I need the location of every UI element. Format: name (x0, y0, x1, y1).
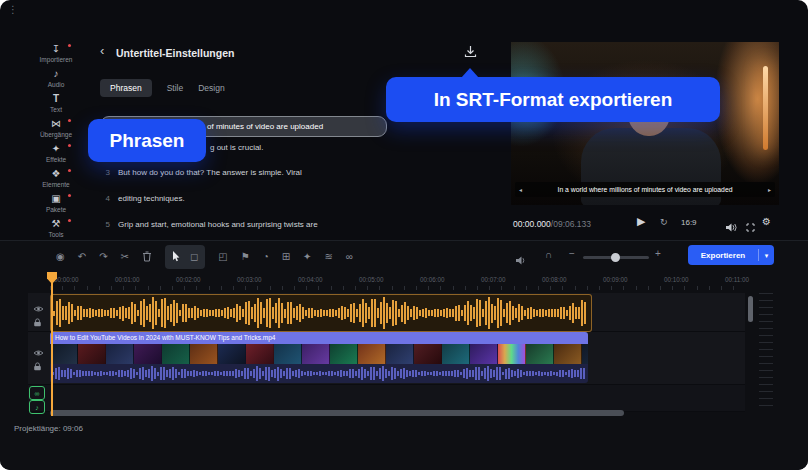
timeline-mute-icon[interactable] (516, 251, 527, 269)
ruler-label: 00:11:00 (725, 276, 749, 283)
time-ruler[interactable]: 00:00:00 00:01:00 00:02:00 00:03:00 00:0… (0, 272, 760, 292)
audio-level-meter (759, 293, 773, 409)
phrase-number: 5 (100, 220, 110, 229)
tab-phrasen[interactable]: Phrasen (100, 79, 152, 97)
timeline: Exportieren 00:00:00 00:01:00 00:02:00 0… (0, 240, 808, 470)
track3-link-icon[interactable] (29, 386, 45, 400)
volume-icon[interactable] (726, 218, 737, 236)
window-menu-icon[interactable] (8, 5, 18, 15)
effects-icon (52, 144, 60, 155)
video-preview: In a world where millions of minutes of … (511, 42, 779, 205)
undo-icon[interactable] (78, 252, 86, 262)
fullscreen-icon[interactable] (746, 218, 755, 236)
split-icon[interactable] (121, 252, 129, 262)
sidebar-item-label: Tools (48, 231, 63, 238)
crop-icon[interactable] (218, 252, 227, 262)
export-button[interactable]: Exportieren (688, 245, 774, 265)
track3-audio-icon[interactable] (29, 400, 45, 414)
phrases-callout: Phrasen (88, 119, 206, 162)
loop-icon[interactable] (660, 218, 668, 227)
sidebar-item-uebergaenge[interactable]: Übergänge (28, 119, 84, 144)
panel-title: Untertitel-Einstellungen (116, 47, 234, 59)
elements-icon (52, 169, 61, 180)
marker-icon[interactable] (241, 252, 250, 262)
clip-thumbnails (50, 344, 588, 364)
sidebar-item-importieren[interactable]: Importieren (28, 44, 84, 69)
caption-overlay: In a world where millions of minutes of … (515, 182, 775, 197)
back-icon[interactable] (100, 44, 104, 57)
horizontal-scrollbar[interactable] (50, 410, 624, 416)
track-lane-empty (28, 385, 745, 412)
tab-stile[interactable]: Stile (167, 83, 184, 93)
sidebar-item-label: Übergänge (40, 131, 72, 138)
keyframe-icon[interactable] (346, 252, 353, 262)
sidebar-item-label: Audio (48, 81, 65, 88)
pip-grid-icon[interactable] (282, 252, 290, 262)
ruler-label: 00:09:00 (603, 276, 628, 283)
speed-icon[interactable] (263, 252, 269, 262)
play-button[interactable] (637, 216, 645, 227)
tool-group (165, 245, 205, 269)
phrase-text: of minutes of video are uploaded (207, 122, 323, 131)
zoom-out-icon[interactable] (569, 249, 575, 259)
audio-mixer-icon[interactable] (324, 252, 332, 262)
time-current: 00:00.000 (513, 219, 551, 229)
ruler-label: 00:10:00 (664, 276, 689, 283)
delete-icon[interactable] (142, 251, 152, 264)
playback-time: 00:00.000/09:06.133 (513, 219, 591, 229)
notification-dot (68, 44, 71, 47)
notification-dot (68, 219, 71, 222)
zoom-in-icon[interactable] (655, 249, 661, 259)
record-icon[interactable] (56, 252, 65, 262)
export-dropdown-icon[interactable] (759, 252, 774, 259)
export-srt-icon[interactable] (464, 44, 477, 62)
sidebar-item-audio[interactable]: Audio (28, 69, 84, 94)
packs-icon (51, 194, 60, 205)
phrase-row[interactable]: 3 But how do you do that? The answer is … (100, 166, 302, 178)
redo-icon[interactable] (99, 252, 107, 262)
notification-dot (68, 194, 71, 197)
effects-tool-icon[interactable] (303, 252, 311, 262)
export-srt-callout: In SRT-Format exportieren (386, 77, 720, 122)
zoom-slider-knob[interactable] (611, 253, 620, 262)
caption-next-icon[interactable] (768, 187, 771, 193)
text-icon (53, 94, 59, 105)
phrase-number: 4 (100, 194, 110, 203)
ruler-label: 00:06:00 (420, 276, 445, 283)
phrase-text: Grip and start, emotional hooks and surp… (118, 220, 318, 229)
tools-icon (52, 219, 61, 230)
track1-lock-icon[interactable] (33, 313, 42, 331)
notification-dot (68, 119, 71, 122)
phrase-row[interactable]: 4 editing techniques. (100, 192, 185, 204)
tab-design[interactable]: Design (198, 83, 224, 93)
phrase-text: editing techniques. (118, 194, 185, 203)
project-length-label: Projektlänge: 09:06 (14, 424, 83, 433)
sidebar-item-effekte[interactable]: Effekte (28, 144, 84, 169)
video-editor-window: Importieren Audio Text Übergänge Effekte… (0, 0, 808, 470)
ruler-label: 00:08:00 (542, 276, 567, 283)
select-tool-icon[interactable] (172, 248, 181, 266)
sidebar-item-text[interactable]: Text (28, 94, 84, 119)
sidebar-item-label: Text (50, 106, 62, 113)
sidebar-item-label: Elemente (42, 181, 69, 188)
video-clip-title: How to Edit YouTube Videos in 2024 with … (50, 332, 588, 344)
timeline-zoom-slider[interactable] (583, 256, 649, 259)
range-select-icon[interactable] (190, 252, 198, 262)
ruler-label: 00:00:00 (54, 276, 79, 283)
sidebar-item-elemente[interactable]: Elemente (28, 169, 84, 194)
snap-magnet-icon[interactable] (545, 250, 552, 260)
settings-gear-icon[interactable] (762, 217, 771, 227)
ruler-label: 00:05:00 (359, 276, 384, 283)
aspect-ratio-button[interactable]: 16:9 (681, 218, 697, 227)
video-clip[interactable]: How to Edit YouTube Videos in 2024 with … (50, 332, 588, 383)
track2-lock-icon[interactable] (33, 357, 42, 375)
ruler-label: 00:01:00 (115, 276, 140, 283)
sidebar-item-pakete[interactable]: Pakete (28, 194, 84, 219)
subtitle-track-clip[interactable] (50, 294, 592, 332)
caption-prev-icon[interactable] (519, 187, 522, 193)
phrase-row[interactable]: 5 Grip and start, emotional hooks and su… (100, 218, 318, 230)
export-button-label: Exportieren (688, 251, 758, 260)
phrase-text: But how do you do that? The answer is si… (118, 168, 302, 177)
vertical-scrollbar[interactable] (748, 296, 753, 322)
playhead[interactable] (51, 272, 53, 416)
